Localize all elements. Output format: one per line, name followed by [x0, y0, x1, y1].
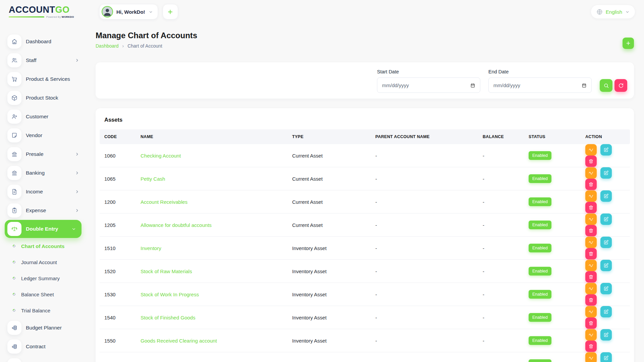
account-name-link[interactable]: Goods Received Clearing account: [141, 338, 217, 344]
delete-button[interactable]: [585, 317, 597, 329]
account-name-link[interactable]: Account Receivables: [141, 199, 187, 205]
status-badge: Enabled: [529, 174, 551, 183]
sidebar-item-expense[interactable]: $ Expense: [0, 201, 89, 220]
delete-button[interactable]: [585, 248, 597, 259]
delete-button[interactable]: [585, 179, 597, 190]
trash-icon: [588, 297, 594, 303]
sidebar-item-partial[interactable]: [0, 356, 89, 362]
delete-button[interactable]: [585, 202, 597, 213]
accounts-card: Assets CODENAMETYPEPARENT ACCOUNT NAMEBA…: [96, 108, 634, 362]
activity-wave-icon: [588, 240, 594, 245]
activity-button[interactable]: [585, 283, 597, 294]
edit-button[interactable]: [600, 214, 612, 225]
delete-button[interactable]: [585, 271, 597, 283]
edit-icon: [603, 286, 609, 291]
quick-add-button[interactable]: [163, 4, 178, 19]
account-name-link[interactable]: Stock of Finished Goods: [141, 315, 195, 320]
account-balance: -: [483, 214, 529, 237]
edit-button[interactable]: [600, 167, 612, 179]
activity-button[interactable]: [585, 329, 597, 341]
account-code: 1200: [100, 190, 141, 214]
account-name-link[interactable]: Stock of Work In Progress: [141, 292, 199, 297]
sidebar-item-staff[interactable]: Staff: [0, 51, 89, 70]
activity-button[interactable]: [585, 190, 597, 202]
search-button[interactable]: [600, 79, 612, 92]
sidebar-item-customer[interactable]: Customer: [0, 107, 89, 126]
activity-wave-icon: [588, 170, 594, 176]
start-date-input[interactable]: mm/dd/yyyy: [377, 77, 480, 93]
calendar-icon[interactable]: [470, 83, 475, 88]
chevron-right-icon: [75, 58, 79, 63]
parent-account-name: -: [375, 144, 483, 167]
table-row: 1530 Stock of Work In Progress Inventory…: [100, 283, 630, 306]
breadcrumb-dashboard-link[interactable]: Dashboard: [96, 43, 119, 49]
account-name-link[interactable]: Inventory: [141, 245, 161, 251]
sidebar-subitem-chart-of-accounts[interactable]: Chart of Accounts: [0, 238, 89, 254]
edit-button[interactable]: [600, 190, 612, 202]
sidebar-subitem-ledger-summary[interactable]: Ledger Summary: [0, 270, 89, 286]
account-name-link[interactable]: Allowance for doubtful accounts: [141, 222, 212, 228]
account-name-link[interactable]: Checking Account: [141, 153, 181, 159]
activity-button[interactable]: [585, 306, 597, 317]
account-name-link[interactable]: Stock of Raw Materials: [141, 268, 192, 274]
activity-wave-icon: [588, 263, 594, 268]
delete-button[interactable]: [585, 341, 597, 352]
sidebar-subitem-trial-balance[interactable]: Trial Balance: [0, 302, 89, 318]
account-type: Inventory Asset: [292, 329, 375, 352]
sidebar-item-double-entry[interactable]: Double Entry: [5, 220, 82, 238]
sidebar-item-label: Budget Planner: [26, 325, 62, 331]
activity-button[interactable]: [585, 167, 597, 179]
sidebar-subitem-balance-sheet[interactable]: Balance Sheet: [0, 286, 89, 302]
delete-button[interactable]: [585, 225, 597, 236]
sidebar-item-label: Staff: [26, 57, 37, 63]
calendar-icon[interactable]: [582, 83, 587, 88]
top-header: ACCOUNTGO Powered By WORKDO Hi, WorkDo! …: [0, 0, 644, 23]
create-account-button[interactable]: [623, 38, 634, 49]
sidebar-item-budget-planner[interactable]: $ Budget Planner: [0, 318, 89, 337]
activity-button[interactable]: [585, 260, 597, 271]
note-icon: [11, 132, 18, 139]
delete-button[interactable]: [585, 156, 597, 167]
reset-button[interactable]: [614, 79, 627, 92]
table-row: 1510 Inventory Inventory Asset - - Enabl…: [100, 237, 630, 260]
edit-button[interactable]: [600, 144, 612, 156]
sidebar-item-product-stock[interactable]: Product Stock: [0, 88, 89, 107]
account-balance: -: [483, 167, 529, 190]
sidebar-item-dashboard[interactable]: Dashboard: [0, 32, 89, 51]
sidebar-item-presale[interactable]: Presale: [0, 145, 89, 164]
sidebar-item-product-services[interactable]: Product & Services: [0, 70, 89, 88]
sidebar-item-contract[interactable]: $ Contract: [0, 337, 89, 356]
account-name-link[interactable]: Land and Buildings: [141, 361, 183, 362]
edit-button[interactable]: [600, 283, 612, 294]
trash-icon: [588, 228, 594, 233]
sidebar-item-banking[interactable]: Banking: [0, 164, 89, 182]
brand-logo[interactable]: ACCOUNTGO Powered By WORKDO: [9, 5, 80, 18]
activity-button[interactable]: [585, 144, 597, 156]
language-selector[interactable]: English: [591, 5, 635, 19]
end-date-input[interactable]: mm/dd/yyyy: [488, 77, 592, 93]
scales-icon: [11, 226, 18, 232]
sidebar-item-income[interactable]: Income: [0, 182, 89, 201]
delete-button[interactable]: [585, 294, 597, 306]
sidebar-subitem-journal-account[interactable]: Journal Account: [0, 254, 89, 270]
account-code: 1060: [100, 144, 141, 167]
user-menu[interactable]: Hi, WorkDo!: [99, 4, 158, 19]
activity-button[interactable]: [585, 352, 597, 362]
chevron-down-icon: [149, 10, 153, 14]
parent-account-name: -: [375, 329, 483, 352]
sidebar-item-label: Banking: [26, 170, 45, 176]
activity-button[interactable]: [585, 237, 597, 248]
activity-button[interactable]: [585, 214, 597, 225]
svg-text:$: $: [14, 209, 15, 212]
table-row: 1065 Petty Cash Current Asset - - Enable…: [100, 167, 630, 190]
account-name-link[interactable]: Petty Cash: [141, 176, 165, 182]
sidebar-subitem-label: Trial Balance: [21, 308, 50, 313]
edit-button[interactable]: [600, 306, 612, 317]
edit-button[interactable]: [600, 237, 612, 248]
edit-button[interactable]: [600, 352, 612, 362]
edit-button[interactable]: [600, 329, 612, 341]
sidebar-item-vendor[interactable]: Vendor: [0, 126, 89, 145]
edit-button[interactable]: [600, 260, 612, 271]
activity-wave-icon: [588, 332, 594, 338]
status-badge: Enabled: [529, 221, 551, 229]
